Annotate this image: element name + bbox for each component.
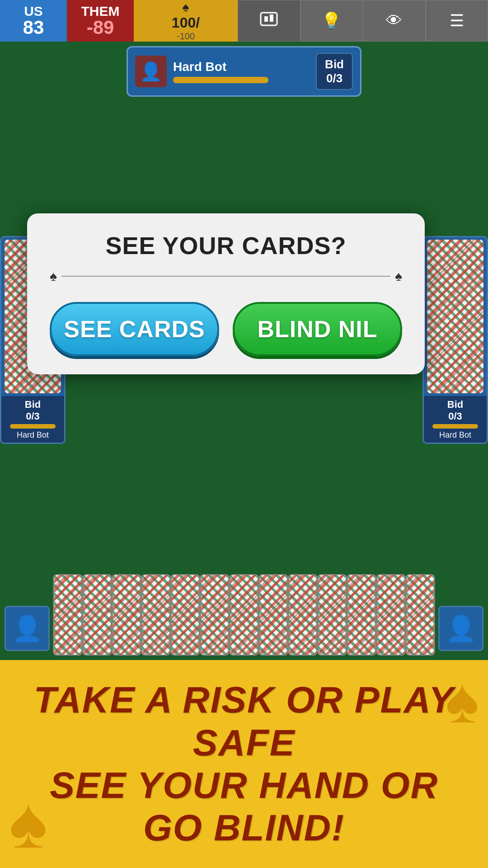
top-player-bid-label: Bid bbox=[325, 57, 344, 71]
hand-card-1[interactable] bbox=[53, 574, 83, 656]
us-label: US bbox=[24, 5, 43, 18]
top-player-avatar-icon: 👤 bbox=[140, 61, 162, 82]
modal-title: SEE YOUR CARDS? bbox=[105, 231, 346, 259]
bottom-banner: ♠ ♠ TAKE A RISK OR PLAY SAFE SEE YOUR HA… bbox=[0, 660, 488, 868]
right-bid-value: Bid0/3 bbox=[427, 399, 484, 422]
them-score-box: THEM -89 bbox=[67, 0, 134, 42]
bid-display: 100/ bbox=[172, 14, 200, 31]
score-display-btn[interactable] bbox=[238, 0, 300, 42]
top-player-progress bbox=[173, 77, 268, 83]
eye-icon: 👁 bbox=[386, 11, 402, 30]
menu-icon: ☰ bbox=[450, 11, 464, 30]
spade-icon: ♠ bbox=[183, 0, 189, 14]
modal-buttons: SEE CARDS BLIND NIL bbox=[50, 302, 402, 356]
hand-card-13[interactable] bbox=[406, 574, 435, 656]
lightbulb-icon: 💡 bbox=[321, 11, 342, 30]
right-player-name: Hard Bot bbox=[427, 430, 484, 440]
left-progress bbox=[10, 424, 56, 429]
top-player-bid-value: 0/3 bbox=[325, 71, 344, 85]
game-table: 👤 Hard Bot Bid 0/3 Bid0/3 Hard Bot bbox=[0, 42, 488, 868]
bottom-card-hand bbox=[53, 574, 435, 656]
modal-dialog: SEE YOUR CARDS? ♠ ♠ SEE CARDS BLIND NIL bbox=[27, 213, 425, 374]
hand-card-6[interactable] bbox=[200, 574, 230, 656]
hand-card-8[interactable] bbox=[259, 574, 288, 656]
hand-card-11[interactable] bbox=[347, 574, 376, 656]
bottom-left-avatar-icon: 👤 bbox=[12, 614, 43, 643]
see-cards-button[interactable]: SEE CARDS bbox=[50, 302, 219, 356]
divider-line bbox=[61, 276, 390, 277]
blind-nil-button[interactable]: BLIND NIL bbox=[233, 302, 402, 356]
view-btn[interactable]: 👁 bbox=[363, 0, 426, 42]
modal-divider: ♠ ♠ bbox=[50, 269, 402, 284]
hand-card-2[interactable] bbox=[83, 574, 112, 656]
hand-card-9[interactable] bbox=[288, 574, 318, 656]
hand-card-10[interactable] bbox=[318, 574, 347, 656]
banner-text: TAKE A RISK OR PLAY SAFE SEE YOUR HAND O… bbox=[27, 679, 461, 849]
svg-rect-1 bbox=[264, 16, 268, 22]
score-icon bbox=[259, 9, 279, 33]
left-player-info: Bid0/3 Hard Bot bbox=[1, 396, 64, 443]
us-score: 83 bbox=[23, 18, 44, 37]
bottom-right-avatar-icon: 👤 bbox=[446, 614, 477, 643]
left-bid-value: Bid0/3 bbox=[4, 399, 61, 422]
divider-spade-left: ♠ bbox=[50, 269, 57, 284]
top-player-area: 👤 Hard Bot Bid 0/3 bbox=[127, 46, 361, 97]
top-player-info: Hard Bot bbox=[173, 60, 310, 83]
top-player-bid: Bid 0/3 bbox=[316, 53, 353, 90]
us-score-box: US 83 bbox=[0, 0, 67, 42]
hand-card-4[interactable] bbox=[141, 574, 171, 656]
right-player-info: Bid0/3 Hard Bot bbox=[424, 396, 487, 443]
svg-rect-2 bbox=[270, 14, 273, 22]
them-score: -89 bbox=[87, 18, 114, 37]
right-player-area: Bid0/3 Hard Bot bbox=[422, 236, 488, 444]
menu-btn[interactable]: ☰ bbox=[426, 0, 488, 42]
right-progress bbox=[432, 424, 479, 429]
top-player-avatar: 👤 bbox=[135, 56, 167, 87]
bid-counter[interactable]: ♠ 100/ -100 bbox=[134, 0, 238, 42]
hand-card-3[interactable] bbox=[112, 574, 141, 656]
hand-card-5[interactable] bbox=[171, 574, 200, 656]
top-bar: US 83 THEM -89 ♠ 100/ -100 💡 👁 bbox=[0, 0, 488, 42]
right-card-back bbox=[427, 240, 483, 393]
svg-rect-0 bbox=[261, 13, 277, 25]
left-player-name: Hard Bot bbox=[4, 430, 61, 440]
hand-card-12[interactable] bbox=[376, 574, 406, 656]
hand-card-7[interactable] bbox=[230, 574, 259, 656]
top-player-card: 👤 Hard Bot Bid 0/3 bbox=[127, 46, 361, 97]
hint-btn[interactable]: 💡 bbox=[300, 0, 363, 42]
top-player-name: Hard Bot bbox=[173, 60, 310, 74]
bottom-right-avatar: 👤 bbox=[438, 606, 483, 651]
bottom-left-avatar: 👤 bbox=[5, 606, 50, 651]
divider-spade-right: ♠ bbox=[395, 269, 402, 284]
top-right-icons: 💡 👁 ☰ bbox=[238, 0, 488, 42]
bid-sub: -100 bbox=[177, 31, 195, 42]
them-label: THEM bbox=[81, 5, 120, 18]
